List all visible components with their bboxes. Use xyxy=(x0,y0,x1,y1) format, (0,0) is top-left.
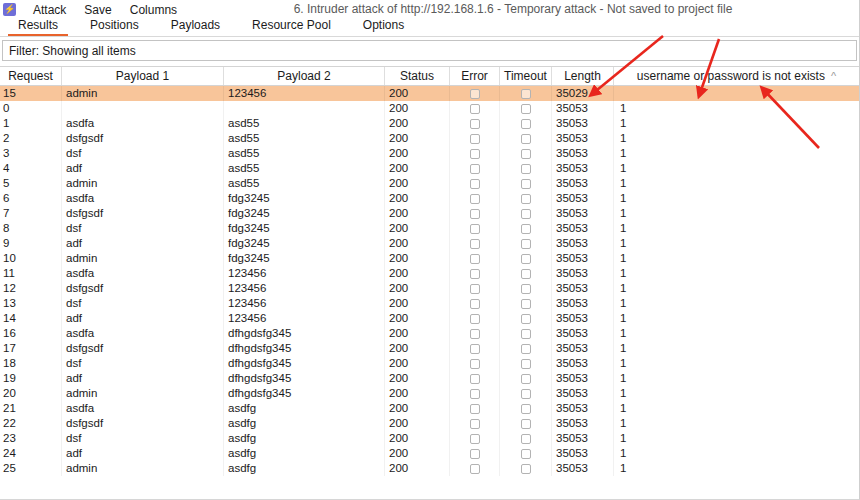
table-row-request-15[interactable]: 15admin12345620035029 xyxy=(0,86,859,101)
timeout-checkbox[interactable] xyxy=(521,284,531,294)
timeout-checkbox[interactable] xyxy=(521,164,531,174)
table-row-request-12[interactable]: 12dsfgsdf123456200350531 xyxy=(0,281,859,296)
error-checkbox[interactable] xyxy=(470,464,480,474)
request-cell: 2 xyxy=(0,131,62,146)
error-checkbox[interactable] xyxy=(470,209,480,219)
error-checkbox[interactable] xyxy=(470,104,480,114)
request-cell: 21 xyxy=(0,401,62,416)
error-checkbox[interactable] xyxy=(470,374,480,384)
timeout-checkbox[interactable] xyxy=(521,329,531,339)
column-header-payload-1[interactable]: Payload 1 xyxy=(62,67,224,85)
column-header-payload-2[interactable]: Payload 2 xyxy=(224,67,385,85)
error-checkbox[interactable] xyxy=(470,89,480,99)
error-checkbox[interactable] xyxy=(470,119,480,129)
column-header-error[interactable]: Error xyxy=(450,67,500,85)
error-checkbox[interactable] xyxy=(470,329,480,339)
timeout-checkbox[interactable] xyxy=(521,299,531,309)
timeout-checkbox[interactable] xyxy=(521,209,531,219)
error-checkbox[interactable] xyxy=(470,449,480,459)
table-row-request-9[interactable]: 9adffdg3245200350531 xyxy=(0,236,859,251)
table-row-request-6[interactable]: 6asdfafdg3245200350531 xyxy=(0,191,859,206)
menu-save[interactable]: Save xyxy=(75,3,120,17)
results-table-header: RequestPayload 1Payload 2StatusErrorTime… xyxy=(0,66,859,86)
timeout-checkbox[interactable] xyxy=(521,149,531,159)
tab-positions[interactable]: Positions xyxy=(80,18,149,36)
table-row-request-5[interactable]: 5adminasd55200350531 xyxy=(0,176,859,191)
error-checkbox[interactable] xyxy=(470,419,480,429)
tab-payloads[interactable]: Payloads xyxy=(161,18,230,36)
table-row-request-14[interactable]: 14adf123456200350531 xyxy=(0,311,859,326)
error-checkbox[interactable] xyxy=(470,134,480,144)
column-header-request[interactable]: Request xyxy=(0,67,62,85)
column-header-username-or-password-is-not-exists[interactable]: username or password is not exists^ xyxy=(614,67,859,85)
menu-columns[interactable]: Columns xyxy=(121,3,186,17)
timeout-checkbox[interactable] xyxy=(521,104,531,114)
table-row-request-3[interactable]: 3dsfasd55200350531 xyxy=(0,146,859,161)
table-row-request-4[interactable]: 4adfasd55200350531 xyxy=(0,161,859,176)
table-row-request-13[interactable]: 13dsf123456200350531 xyxy=(0,296,859,311)
error-checkbox[interactable] xyxy=(470,224,480,234)
column-header-length[interactable]: Length xyxy=(552,67,614,85)
error-checkbox[interactable] xyxy=(470,314,480,324)
table-row-request-18[interactable]: 18dsfdfhgdsfg345200350531 xyxy=(0,356,859,371)
error-checkbox[interactable] xyxy=(470,239,480,249)
table-row-request-1[interactable]: 1asdfaasd55200350531 xyxy=(0,116,859,131)
timeout-checkbox[interactable] xyxy=(521,269,531,279)
menu-attack[interactable]: Attack xyxy=(24,3,75,17)
error-checkbox[interactable] xyxy=(470,269,480,279)
timeout-checkbox[interactable] xyxy=(521,449,531,459)
tab-options[interactable]: Options xyxy=(353,18,414,36)
error-checkbox[interactable] xyxy=(470,194,480,204)
request-cell: 18 xyxy=(0,356,62,371)
timeout-checkbox[interactable] xyxy=(521,464,531,474)
error-checkbox[interactable] xyxy=(470,344,480,354)
timeout-checkbox[interactable] xyxy=(521,89,531,99)
timeout-checkbox[interactable] xyxy=(521,374,531,384)
error-checkbox[interactable] xyxy=(470,254,480,264)
table-row-request-25[interactable]: 25adminasdfg200350531 xyxy=(0,461,859,476)
table-row-request-21[interactable]: 21asdfaasdfg200350531 xyxy=(0,401,859,416)
filter-bar[interactable]: Filter: Showing all items xyxy=(2,40,857,61)
timeout-checkbox[interactable] xyxy=(521,194,531,204)
error-checkbox[interactable] xyxy=(470,434,480,444)
table-row-request-20[interactable]: 20admindfhgdsfg345200350531 xyxy=(0,386,859,401)
timeout-checkbox[interactable] xyxy=(521,314,531,324)
error-checkbox[interactable] xyxy=(470,179,480,189)
error-checkbox[interactable] xyxy=(470,164,480,174)
table-row-request-10[interactable]: 10adminfdg3245200350531 xyxy=(0,251,859,266)
timeout-checkbox[interactable] xyxy=(521,344,531,354)
table-row-request-24[interactable]: 24adfasdfg200350531 xyxy=(0,446,859,461)
error-checkbox[interactable] xyxy=(470,389,480,399)
error-checkbox[interactable] xyxy=(470,284,480,294)
error-checkbox[interactable] xyxy=(470,149,480,159)
timeout-checkbox[interactable] xyxy=(521,239,531,249)
table-row-request-22[interactable]: 22dsfgsdfasdfg200350531 xyxy=(0,416,859,431)
error-checkbox[interactable] xyxy=(470,299,480,309)
timeout-checkbox[interactable] xyxy=(521,359,531,369)
table-row-request-16[interactable]: 16asdfadfhgdsfg345200350531 xyxy=(0,326,859,341)
timeout-checkbox[interactable] xyxy=(521,389,531,399)
table-row-request-2[interactable]: 2dsfgsdfasd55200350531 xyxy=(0,131,859,146)
timeout-checkbox[interactable] xyxy=(521,134,531,144)
column-header-timeout[interactable]: Timeout xyxy=(500,67,552,85)
table-row-request-0[interactable]: 0200350531 xyxy=(0,101,859,116)
tab-resource-pool[interactable]: Resource Pool xyxy=(242,18,341,36)
tab-results[interactable]: Results xyxy=(8,18,68,36)
timeout-checkbox[interactable] xyxy=(521,179,531,189)
column-header-status[interactable]: Status xyxy=(385,67,450,85)
table-row-request-7[interactable]: 7dsfgsdffdg3245200350531 xyxy=(0,206,859,221)
request-cell: 25 xyxy=(0,461,62,476)
table-row-request-23[interactable]: 23dsfasdfg200350531 xyxy=(0,431,859,446)
timeout-checkbox[interactable] xyxy=(521,434,531,444)
table-row-request-19[interactable]: 19adfdfhgdsfg345200350531 xyxy=(0,371,859,386)
timeout-checkbox[interactable] xyxy=(521,224,531,234)
timeout-checkbox[interactable] xyxy=(521,404,531,414)
timeout-checkbox[interactable] xyxy=(521,419,531,429)
error-checkbox[interactable] xyxy=(470,404,480,414)
timeout-checkbox[interactable] xyxy=(521,254,531,264)
error-checkbox[interactable] xyxy=(470,359,480,369)
table-row-request-17[interactable]: 17dsfgsdfdfhgdsfg345200350531 xyxy=(0,341,859,356)
table-row-request-8[interactable]: 8dsffdg3245200350531 xyxy=(0,221,859,236)
timeout-checkbox[interactable] xyxy=(521,119,531,129)
table-row-request-11[interactable]: 11asdfa123456200350531 xyxy=(0,266,859,281)
